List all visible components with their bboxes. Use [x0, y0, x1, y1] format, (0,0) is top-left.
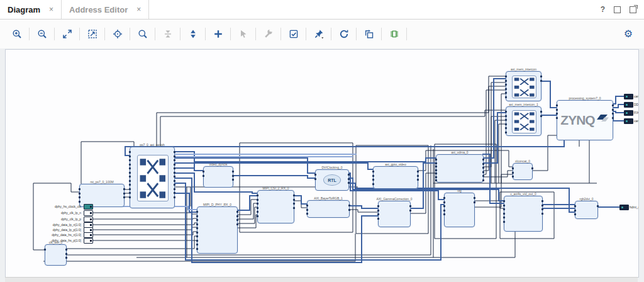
external-port-FIXED_IO[interactable]	[624, 110, 633, 116]
block-pin[interactable]	[65, 253, 67, 255]
block-pin[interactable]	[293, 195, 295, 196]
block-pin[interactable]	[257, 211, 258, 213]
block-pin[interactable]	[174, 188, 175, 190]
block-pin[interactable]	[257, 215, 258, 217]
block-pin[interactable]	[348, 178, 350, 180]
block-pin[interactable]	[435, 166, 437, 167]
block-pin[interactable]	[348, 174, 350, 176]
block-pin[interactable]	[541, 200, 543, 202]
ip-block-vtg[interactable]: vtg	[444, 193, 475, 227]
block-pin[interactable]	[505, 92, 507, 94]
ip-block-ps7_0_axi_periph[interactable]: ps7_0_axi_periph	[130, 147, 175, 208]
close-icon[interactable]: ×	[136, 5, 141, 14]
pin-selection-button[interactable]	[308, 25, 329, 43]
block-pin[interactable]	[174, 176, 175, 178]
block-pin[interactable]	[79, 193, 80, 195]
block-pin[interactable]	[79, 196, 80, 198]
block-pin[interactable]	[196, 244, 198, 245]
block-pin[interactable]	[257, 207, 258, 209]
block-pin[interactable]	[203, 171, 204, 172]
block-pin[interactable]	[505, 111, 507, 113]
block-pin[interactable]	[612, 104, 614, 106]
block-pin[interactable]	[541, 205, 543, 206]
block-pin[interactable]	[257, 203, 258, 205]
block-pin[interactable]	[174, 155, 175, 157]
block-pin[interactable]	[503, 213, 505, 215]
block-pin[interactable]	[417, 175, 419, 177]
ip-block-DVIClocking_0[interactable]: DVIClocking_0RTL	[315, 169, 349, 191]
horizontal-scrollbar[interactable]	[5, 277, 638, 282]
block-pin[interactable]	[541, 213, 543, 215]
tab-address-editor[interactable]: Address Editor ×	[62, 0, 149, 19]
external-port-cam_iic[interactable]	[624, 118, 633, 124]
block-pin[interactable]	[503, 217, 505, 218]
block-pin[interactable]	[482, 159, 484, 161]
block-pin[interactable]	[257, 195, 258, 196]
block-pin[interactable]	[377, 218, 379, 220]
block-pin[interactable]	[505, 76, 507, 77]
ip-block-axi_mem_intercon_1[interactable]: axi_mem_intercon_1	[506, 106, 541, 136]
block-pin[interactable]	[540, 80, 542, 82]
block-pin[interactable]	[435, 162, 437, 164]
ip-block-xlconcat_0[interactable]: xlconcat_0	[513, 163, 533, 180]
block-pin[interactable]	[129, 192, 131, 194]
ip-block-axi_gpio_video[interactable]: axi_gpio_video	[373, 166, 418, 189]
block-pin[interactable]	[232, 175, 234, 177]
block-pin[interactable]	[409, 210, 411, 212]
block-pin[interactable]	[65, 257, 67, 259]
ip-block-AXI_BayerToRGB_1[interactable]: AXI_BayerToRGB_1	[307, 200, 350, 218]
block-pin[interactable]	[314, 178, 316, 180]
ip-block-axi_vdma_0[interactable]: axi_vdma_0	[436, 154, 484, 183]
block-pin[interactable]	[505, 84, 507, 86]
external-port-dphy_data_hs_n[1:0][interactable]	[84, 232, 93, 238]
block-pin[interactable]	[503, 208, 505, 210]
block-pin[interactable]	[236, 211, 238, 213]
zoom-to-selection-button[interactable]	[82, 25, 103, 43]
block-pin[interactable]	[196, 219, 198, 221]
block-pin[interactable]	[293, 199, 295, 201]
block-pin[interactable]	[512, 176, 514, 178]
block-pin[interactable]	[236, 219, 238, 221]
block-pin[interactable]	[443, 213, 445, 215]
block-pin[interactable]	[236, 223, 238, 225]
block-pin[interactable]	[443, 205, 445, 207]
regenerate-layout-button[interactable]	[358, 25, 379, 43]
block-pin[interactable]	[443, 197, 445, 199]
block-pin[interactable]	[44, 249, 46, 251]
close-icon[interactable]: ×	[49, 5, 53, 14]
block-pin[interactable]	[348, 205, 350, 206]
block-pin[interactable]	[79, 188, 80, 190]
block-pin[interactable]	[129, 196, 131, 198]
block-pin[interactable]	[531, 167, 533, 169]
block-pin[interactable]	[612, 113, 614, 115]
block-pin[interactable]	[443, 210, 445, 212]
block-pin[interactable]	[435, 159, 437, 161]
settings-gear-button[interactable]: ⚙	[620, 28, 636, 40]
block-pin[interactable]	[232, 171, 234, 172]
validate-design-button[interactable]	[283, 25, 304, 43]
block-pin[interactable]	[597, 205, 599, 207]
zoom-fit-button[interactable]	[57, 25, 77, 43]
tab-diagram[interactable]: Diagram ×	[0, 0, 62, 19]
block-pin[interactable]	[203, 175, 204, 177]
block-pin[interactable]	[409, 205, 411, 207]
block-pin[interactable]	[443, 201, 445, 203]
block-pin[interactable]	[574, 213, 576, 215]
block-pin[interactable]	[556, 117, 558, 119]
block-pin[interactable]	[574, 205, 576, 207]
block-pin[interactable]	[174, 184, 175, 186]
block-pin[interactable]	[174, 159, 175, 161]
block-pin[interactable]	[417, 171, 419, 172]
block-pin[interactable]	[196, 235, 198, 237]
block-pin[interactable]	[129, 164, 131, 166]
block-pin[interactable]	[377, 210, 379, 212]
block-pin[interactable]	[348, 209, 350, 211]
show-interface-connections-button[interactable]	[384, 25, 404, 43]
block-pin[interactable]	[129, 176, 131, 178]
ip-block-processing_system7_0[interactable]: processing_system7_0 ZYNQ	[557, 100, 613, 140]
block-pin[interactable]	[79, 201, 80, 203]
block-pin[interactable]	[505, 123, 507, 125]
block-pin[interactable]	[372, 183, 374, 185]
external-port-dphy_clk_lp_p[interactable]	[84, 217, 93, 222]
block-pin[interactable]	[574, 210, 576, 212]
